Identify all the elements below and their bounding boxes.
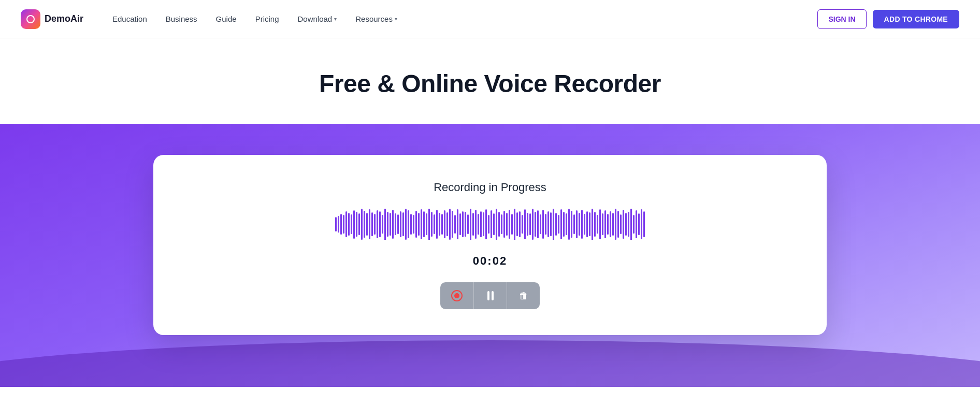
- waveform-bar: [366, 213, 368, 236]
- waveform-bar: [426, 213, 427, 235]
- waveform-bar: [537, 210, 539, 238]
- waveform-bar: [356, 212, 357, 237]
- waveform: [184, 209, 796, 240]
- waveform-bar: [571, 211, 572, 238]
- waveform-bar: [480, 211, 482, 237]
- waveform-bar: [628, 212, 629, 237]
- waveform-bar: [488, 215, 489, 234]
- waveform-bar: [387, 212, 388, 237]
- nav-link-business[interactable]: Business: [157, 10, 206, 27]
- logo-inner-circle: [26, 15, 35, 23]
- waveform-bar: [641, 209, 642, 239]
- logo-icon: [21, 9, 40, 29]
- waveform-bar: [343, 215, 344, 234]
- waveform-bar: [612, 213, 614, 236]
- nav-link-education[interactable]: Education: [104, 10, 155, 27]
- pause-icon: [487, 291, 494, 300]
- waveform-bar: [392, 210, 394, 239]
- record-dot-icon: [454, 293, 459, 298]
- nav-link-download[interactable]: Download ▾: [290, 10, 345, 27]
- waveform-bar: [428, 209, 430, 240]
- sign-in-button[interactable]: SIGN IN: [817, 9, 866, 29]
- waveform-bar: [581, 210, 583, 239]
- waveform-bar: [496, 209, 497, 240]
- add-to-chrome-button[interactable]: ADD TO CHROME: [873, 10, 959, 28]
- waveform-bar: [599, 209, 601, 239]
- waveform-bar: [431, 212, 433, 237]
- waveform-bar: [519, 211, 521, 237]
- waveform-bar: [402, 212, 404, 236]
- recording-timer: 00:02: [473, 254, 507, 268]
- waveform-bar: [369, 209, 370, 239]
- chevron-down-icon: ▾: [395, 16, 397, 22]
- waveform-bar: [576, 210, 578, 238]
- logo-text: DemoAir: [45, 13, 83, 24]
- waveform-bar: [558, 215, 559, 234]
- waveform-bar: [371, 212, 373, 236]
- waveform-bar: [382, 215, 383, 234]
- waveform-bar: [509, 210, 510, 239]
- waveform-bar: [408, 210, 409, 238]
- delete-button[interactable]: 🗑: [507, 282, 540, 309]
- waveform-bar: [579, 213, 580, 236]
- waveform-bar: [620, 214, 622, 234]
- waveform-bar: [501, 214, 502, 234]
- nav-link-resources[interactable]: Resources ▾: [347, 10, 406, 27]
- waveform-bar: [625, 213, 627, 236]
- waveform-bar: [485, 209, 487, 239]
- waveform-bar: [423, 211, 425, 237]
- chevron-down-icon: ▾: [334, 16, 337, 22]
- nav-link-guide[interactable]: Guide: [208, 10, 245, 27]
- waveform-bar: [516, 212, 518, 236]
- waveform-bar: [421, 209, 422, 239]
- waveform-bar: [636, 210, 637, 238]
- waveform-bar: [478, 214, 479, 235]
- waveform-bar: [610, 211, 611, 237]
- waveform-bar: [592, 209, 593, 240]
- waveform-bar: [633, 215, 635, 234]
- waveform-bar: [630, 209, 632, 240]
- pause-bar-left: [487, 291, 489, 300]
- waveform-bar: [573, 214, 575, 234]
- navbar: DemoAir Education Business Guide Pricing…: [0, 0, 980, 38]
- waveform-bar: [524, 209, 526, 239]
- waveform-bar: [568, 209, 570, 240]
- page-title: Free & Online Voice Recorder: [10, 69, 970, 98]
- waveform-bar: [586, 211, 588, 237]
- waveform-bar: [472, 213, 474, 236]
- waveform-bar: [364, 211, 365, 238]
- waveform-bar: [449, 209, 451, 240]
- waveform-bar: [465, 212, 466, 237]
- nav-links: Education Business Guide Pricing Downloa…: [104, 10, 817, 27]
- waveform-bar: [395, 213, 396, 235]
- nav-link-pricing[interactable]: Pricing: [247, 10, 287, 27]
- waveform-bar: [475, 210, 477, 239]
- waveform-bar: [400, 211, 401, 237]
- waveform-bar: [441, 214, 443, 235]
- waveform-bar: [338, 216, 339, 233]
- logo[interactable]: DemoAir: [21, 9, 83, 29]
- waveform-bar: [410, 214, 412, 235]
- pause-button[interactable]: [473, 282, 507, 309]
- waveform-bar: [358, 213, 360, 235]
- waveform-bar: [340, 214, 342, 235]
- waveform-bar: [498, 212, 500, 237]
- stop-record-button[interactable]: [440, 282, 473, 309]
- waveform-bar: [462, 211, 464, 237]
- waveform-bar: [415, 211, 417, 238]
- waveform-bar: [470, 209, 471, 240]
- waveform-bar: [540, 214, 541, 234]
- waveform-bar: [418, 213, 420, 236]
- waveform-bar: [506, 213, 508, 236]
- recording-status: Recording in Progress: [434, 181, 546, 194]
- waveform-bar: [560, 209, 562, 239]
- waveform-bar: [459, 213, 461, 235]
- waveform-bar: [377, 210, 378, 238]
- waveform-bar: [439, 213, 440, 236]
- recording-controls: 🗑: [440, 282, 540, 309]
- recorder-card: Recording in Progress 00:02 🗑: [153, 155, 827, 335]
- waveform-bar: [353, 210, 355, 239]
- waveform-bar: [566, 213, 567, 235]
- waveform-bar: [452, 211, 453, 238]
- waveform-bar: [483, 212, 484, 236]
